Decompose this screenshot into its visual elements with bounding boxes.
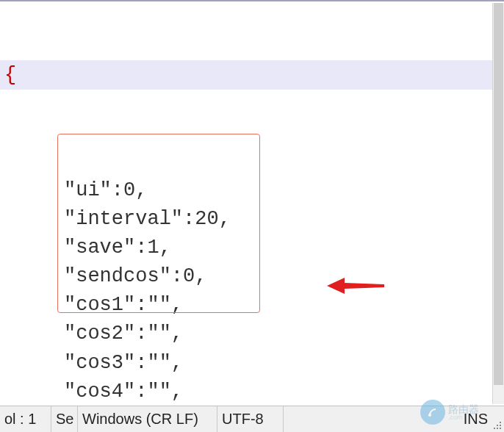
svg-rect-6 bbox=[500, 428, 501, 429]
json-key-interval: "interval" bbox=[64, 208, 183, 230]
json-key-save: "save" bbox=[64, 237, 135, 259]
json-val-cos1: :"", bbox=[135, 294, 183, 316]
json-key-cos4: "cos4" bbox=[64, 381, 135, 403]
json-val-sendcos: :0, bbox=[171, 265, 207, 287]
svg-rect-2 bbox=[497, 425, 498, 426]
indent bbox=[4, 237, 64, 259]
json-val-cos4: :"", bbox=[135, 381, 183, 403]
json-val-cos2: :"", bbox=[135, 323, 183, 345]
vertical-scrollbar[interactable] bbox=[492, 3, 504, 404]
status-selection[interactable]: Se bbox=[51, 406, 78, 432]
json-key-cos2: "cos2" bbox=[64, 323, 135, 345]
json-key-ui: "ui" bbox=[64, 179, 112, 201]
indent bbox=[4, 352, 64, 374]
svg-rect-1 bbox=[500, 422, 501, 423]
json-key-sendcos: "sendcos" bbox=[64, 265, 171, 287]
indent bbox=[4, 294, 64, 316]
json-val-ui: :0, bbox=[112, 179, 148, 201]
json-key-cos1: "cos1" bbox=[64, 294, 135, 316]
json-val-interval: :20, bbox=[183, 208, 231, 230]
svg-rect-3 bbox=[500, 425, 501, 426]
indent bbox=[4, 381, 64, 403]
svg-rect-5 bbox=[497, 428, 498, 429]
status-spacer bbox=[284, 406, 439, 432]
status-encoding[interactable]: UTF-8 bbox=[217, 406, 284, 432]
status-eol[interactable]: Windows (CR LF) bbox=[78, 406, 217, 432]
indent bbox=[4, 208, 64, 230]
resize-grip-icon[interactable] bbox=[492, 420, 503, 431]
svg-rect-4 bbox=[494, 428, 495, 429]
indent bbox=[4, 179, 64, 201]
scrollbar-thumb[interactable] bbox=[494, 3, 503, 385]
json-val-save: :1, bbox=[135, 237, 171, 259]
json-val-cos3: :"", bbox=[135, 352, 183, 374]
status-column[interactable]: ol : 1 bbox=[0, 406, 51, 432]
code-editor[interactable]: { "ui":0, "interval":20, "save":1, "send… bbox=[0, 3, 503, 404]
indent bbox=[4, 265, 64, 287]
status-bar: ol : 1 Se Windows (CR LF) UTF-8 INS bbox=[0, 406, 504, 432]
indent bbox=[4, 323, 64, 345]
code-body: "ui":0, "interval":20, "save":1, "sendco… bbox=[0, 148, 503, 404]
json-key-cos3: "cos3" bbox=[64, 352, 135, 374]
opening-brace-line: { bbox=[0, 60, 503, 90]
